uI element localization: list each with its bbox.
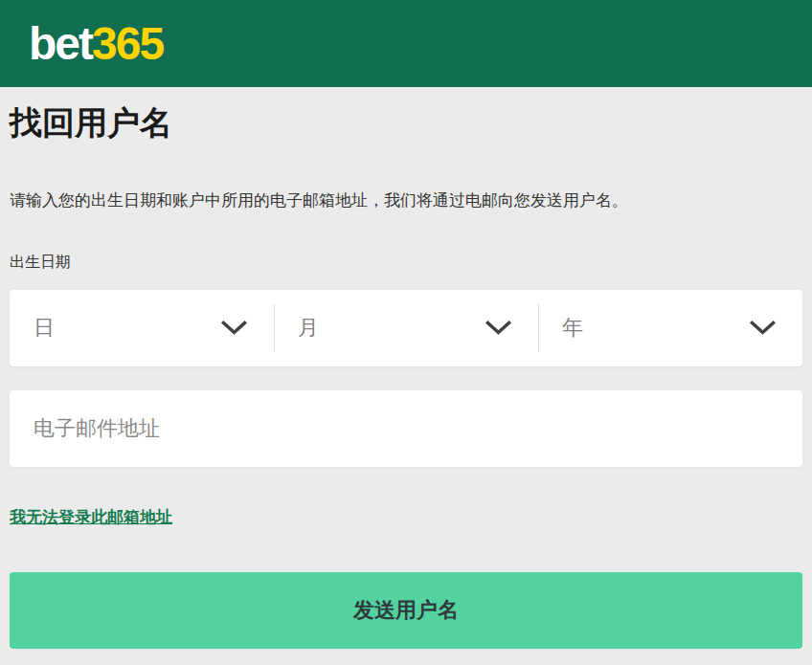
bet365-logo-bet: bet <box>29 18 92 69</box>
send-username-button[interactable]: 发送用户名 <box>10 572 802 649</box>
chevron-down-icon <box>485 321 511 336</box>
day-select-label: 日 <box>34 314 55 343</box>
cannot-access-email-link[interactable]: 我无法登录此邮箱地址 <box>10 507 172 528</box>
year-select-label: 年 <box>562 314 583 343</box>
date-of-birth-select-row: 日 月 年 <box>10 290 802 366</box>
page-title: 找回用户名 <box>10 104 802 141</box>
day-select[interactable]: 日 <box>10 290 274 366</box>
chevron-down-icon <box>221 321 247 336</box>
month-select-label: 月 <box>298 314 319 343</box>
bet365-logo-365: 365 <box>92 18 163 69</box>
chevron-down-icon <box>750 321 776 336</box>
email-input[interactable] <box>10 390 802 467</box>
month-select[interactable]: 月 <box>274 290 538 366</box>
date-of-birth-label: 出生日期 <box>10 253 802 272</box>
year-select[interactable]: 年 <box>538 290 802 366</box>
app-header: bet365 <box>0 0 812 87</box>
bet365-logo[interactable]: bet365 <box>29 21 163 67</box>
main-content: 找回用户名 请输入您的出生日期和账户中所用的电子邮箱地址，我们将通过电邮向您发送… <box>0 104 812 649</box>
page-description: 请输入您的出生日期和账户中所用的电子邮箱地址，我们将通过电邮向您发送用户名。 <box>10 190 802 211</box>
